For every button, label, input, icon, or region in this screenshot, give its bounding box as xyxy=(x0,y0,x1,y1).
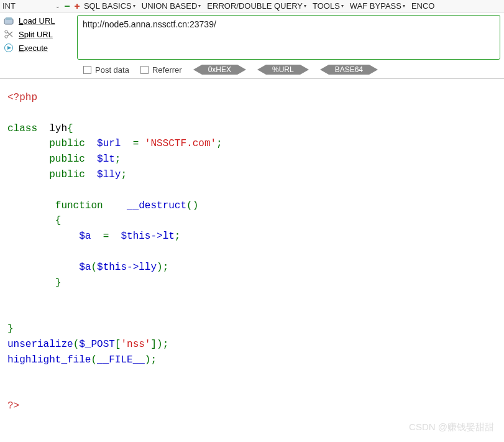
arrow-left-icon xyxy=(257,65,266,75)
play-icon xyxy=(4,43,14,53)
urlenc-label: %URL xyxy=(266,65,300,75)
split-url-button[interactable]: Split URL xyxy=(4,29,72,39)
hex-encode-button[interactable]: 0xHEX xyxy=(193,65,246,75)
svg-point-6 xyxy=(5,35,7,38)
php-code-display: <?php class lyh{ public $url = 'NSSCTF.c… xyxy=(0,79,504,425)
side-actions: Load URL Split URL Execute xyxy=(4,15,72,53)
php-open-tag: <?php xyxy=(7,92,37,103)
postdata-checkbox[interactable]: Post data xyxy=(83,65,129,75)
scissors-icon xyxy=(4,29,14,39)
base64-encode-button[interactable]: BASE64 xyxy=(320,65,378,75)
menu-union-based[interactable]: UNION BASED▾ xyxy=(142,1,201,11)
minus-icon[interactable] xyxy=(64,3,70,9)
svg-point-5 xyxy=(5,30,7,33)
svg-rect-4 xyxy=(6,17,12,20)
url-input-row: Load URL Split URL Execute xyxy=(0,12,504,61)
referrer-label: Referrer xyxy=(152,65,182,75)
arrow-left-icon xyxy=(320,65,329,75)
arrow-right-icon xyxy=(369,65,378,75)
chevron-down-icon: ⌄ xyxy=(55,3,60,9)
plus-icon[interactable] xyxy=(74,3,80,9)
menu-waf-bypass[interactable]: WAF BYPASS▾ xyxy=(350,1,405,11)
menu-items: SQL BASICS▾ UNION BASED▾ ERROR/DOUBLE QU… xyxy=(84,1,435,11)
arrow-right-icon xyxy=(237,65,246,75)
watermark: CSDN @赚钱娶甜甜 xyxy=(409,421,494,433)
load-url-icon xyxy=(4,17,14,25)
arrow-right-icon xyxy=(300,65,309,75)
svg-rect-2 xyxy=(75,6,80,7)
url-encode-button[interactable]: %URL xyxy=(257,65,309,75)
arrow-left-icon xyxy=(193,65,202,75)
url-input[interactable] xyxy=(77,15,500,60)
postdata-label: Post data xyxy=(95,65,129,75)
svg-marker-8 xyxy=(7,46,11,50)
php-close-tag: ?> xyxy=(7,400,19,412)
top-menu-bar: INT ⌄ SQL BASICS▾ UNION BASED▾ ERROR/DOU… xyxy=(0,0,504,12)
referrer-checkbox[interactable]: Referrer xyxy=(140,65,182,75)
split-url-label: Split URL xyxy=(19,30,53,39)
load-url-label: Load URL xyxy=(19,16,55,25)
menu-sql-basics[interactable]: SQL BASICS▾ xyxy=(84,1,135,11)
int-label: INT xyxy=(2,1,16,11)
svg-rect-0 xyxy=(65,6,70,7)
base64-label: BASE64 xyxy=(329,65,369,75)
execute-button[interactable]: Execute xyxy=(4,43,72,53)
menu-encoding[interactable]: ENCO xyxy=(411,1,435,11)
hex-label: 0xHEX xyxy=(202,65,237,75)
int-type-select[interactable]: INT ⌄ xyxy=(2,1,60,11)
load-url-button[interactable]: Load URL xyxy=(4,16,72,25)
options-row: Post data Referrer 0xHEX %URL BASE64 xyxy=(0,61,504,79)
checkbox-icon xyxy=(140,66,149,74)
checkbox-icon xyxy=(83,66,91,74)
menu-tools[interactable]: TOOLS▾ xyxy=(313,1,344,11)
menu-error-double[interactable]: ERROR/DOUBLE QUERY▾ xyxy=(207,1,306,11)
execute-label: Execute xyxy=(19,44,48,53)
